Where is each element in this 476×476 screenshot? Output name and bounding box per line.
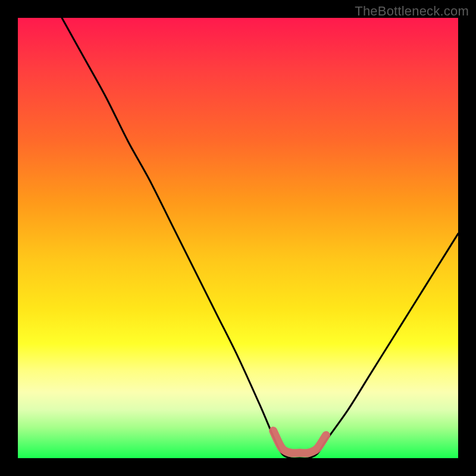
chart-svg — [18, 18, 458, 458]
watermark-text: TheBottleneck.com — [355, 4, 469, 19]
chart-plot-area — [18, 18, 458, 458]
optimal-range-marker — [273, 431, 326, 453]
chart-frame: TheBottleneck.com — [0, 0, 476, 476]
bottleneck-curve — [62, 18, 458, 458]
